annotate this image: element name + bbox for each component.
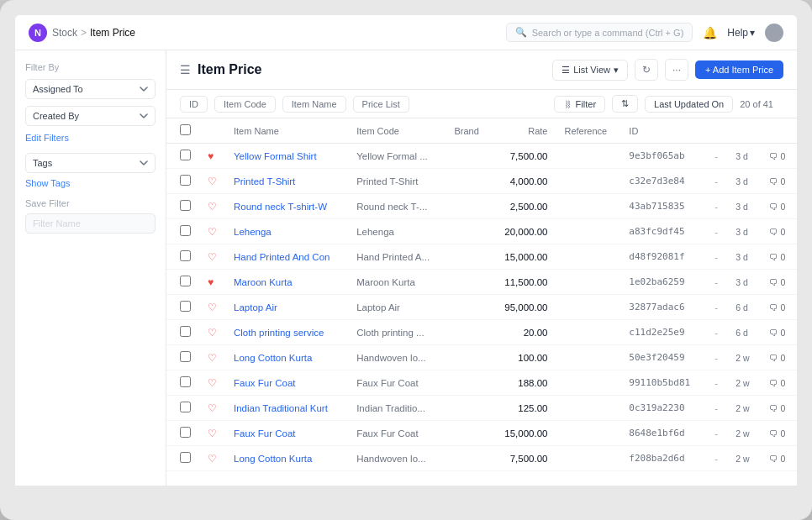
row-item-name[interactable]: Faux Fur Coat	[225, 421, 348, 446]
row-checkbox[interactable]	[180, 376, 191, 387]
filter-item-name-pill[interactable]: Item Name	[282, 96, 346, 113]
row-reference	[556, 345, 620, 370]
row-checkbox[interactable]	[180, 351, 191, 362]
row-brand	[446, 169, 491, 194]
refresh-button[interactable]: ↻	[635, 59, 658, 81]
notification-bell-icon[interactable]: 🔔	[703, 26, 717, 39]
col-dash	[705, 118, 727, 144]
row-item-name[interactable]: Long Cotton Kurta	[225, 446, 348, 471]
row-time: 2 w	[727, 446, 761, 471]
row-favorite-cell[interactable]: ♡	[199, 219, 225, 244]
row-count: 🗨 0	[761, 345, 797, 370]
breadcrumb-parent[interactable]: Stock	[52, 27, 77, 39]
row-favorite-cell[interactable]: ♡	[199, 396, 225, 421]
row-time: 6 d	[727, 295, 761, 320]
row-favorite-cell[interactable]: ♡	[199, 320, 225, 345]
row-favorite-cell[interactable]: ♡	[199, 169, 225, 194]
row-checkbox[interactable]	[180, 200, 191, 211]
row-item-name[interactable]: Faux Fur Coat	[225, 370, 348, 396]
row-id: 99110b5bd81	[620, 370, 705, 396]
row-item-name[interactable]: Printed T-Shirt	[225, 169, 348, 194]
row-item-name[interactable]: Cloth printing service	[225, 320, 348, 345]
add-item-price-button[interactable]: + Add Item Price	[695, 60, 783, 79]
filter-button[interactable]: ⧚ Filter	[554, 96, 605, 113]
table-row: ♡ Printed T-Shirt Printed T-Shirt 4,000.…	[166, 169, 797, 194]
row-favorite-cell[interactable]: ♡	[199, 194, 225, 219]
row-id: 32877adac6	[620, 295, 705, 320]
row-dash: -	[705, 421, 727, 446]
row-item-code: Faux Fur Coat	[348, 421, 446, 446]
row-checkbox[interactable]	[180, 452, 191, 463]
row-favorite-cell[interactable]: ♡	[199, 295, 225, 320]
item-price-table: Item Name Item Code Brand Rate Reference…	[166, 118, 797, 471]
row-favorite-cell[interactable]: ♡	[199, 421, 225, 446]
row-time: 3 d	[727, 169, 761, 194]
avatar[interactable]	[765, 24, 783, 42]
row-reference	[556, 396, 620, 421]
row-brand	[446, 345, 491, 370]
table-row: ♡ Indian Traditional Kurt Indian Traditi…	[166, 396, 797, 421]
row-checkbox-cell	[166, 194, 199, 219]
row-checkbox[interactable]	[180, 150, 191, 160]
row-brand	[446, 320, 491, 345]
row-checkbox[interactable]	[180, 427, 191, 438]
filter-item-code-pill[interactable]: Item Code	[214, 96, 276, 113]
row-checkbox-cell	[166, 421, 199, 446]
row-favorite-cell[interactable]: ♡	[199, 446, 225, 471]
row-checkbox[interactable]	[180, 175, 191, 186]
row-checkbox[interactable]	[180, 301, 191, 312]
row-item-name[interactable]: Hand Printed And Con	[225, 244, 348, 270]
edit-filters-link[interactable]: Edit Filters	[25, 133, 156, 143]
row-item-name[interactable]: Maroon Kurta	[225, 270, 348, 295]
row-time: 6 d	[727, 320, 761, 345]
row-reference	[556, 194, 620, 219]
select-all-checkbox[interactable]	[180, 124, 191, 135]
row-item-name[interactable]: Indian Traditional Kurt	[225, 396, 348, 421]
row-time: 3 d	[727, 270, 761, 295]
last-updated-button[interactable]: Last Updated On	[645, 96, 733, 113]
row-item-name[interactable]: Lehenga	[225, 219, 348, 244]
table-row: ♡ Lehenga Lehenga 20,000.00 a83fc9df45 -…	[166, 219, 797, 244]
row-item-code: Laptop Air	[348, 295, 446, 320]
chevron-down-icon: ▾	[614, 65, 619, 76]
row-count: 🗨 0	[761, 194, 797, 219]
created-by-select[interactable]: Created By	[25, 106, 156, 126]
row-item-name[interactable]: Laptop Air	[225, 295, 348, 320]
row-checkbox[interactable]	[180, 225, 191, 236]
sort-icon: ⇅	[621, 98, 629, 109]
row-checkbox-cell	[166, 244, 199, 270]
row-item-name[interactable]: Round neck T-shirt-W	[225, 194, 348, 219]
row-item-name[interactable]: Long Cotton Kurta	[225, 345, 348, 370]
row-favorite-cell[interactable]: ♡	[199, 370, 225, 396]
row-item-code: Handwoven lo...	[348, 345, 446, 370]
row-checkbox[interactable]	[180, 276, 191, 286]
row-favorite-cell[interactable]: ♥	[199, 270, 225, 295]
show-tags-link[interactable]: Show Tags	[25, 178, 156, 188]
filter-id-pill[interactable]: ID	[180, 96, 208, 113]
more-options-button[interactable]: ···	[665, 59, 688, 81]
filter-price-list-pill[interactable]: Price List	[353, 96, 409, 113]
menu-icon[interactable]: ☰	[180, 63, 191, 76]
assigned-to-select[interactable]: Assigned To	[25, 79, 156, 99]
row-checkbox[interactable]	[180, 326, 191, 337]
col-count	[761, 118, 797, 144]
row-item-code: Lehenga	[348, 219, 446, 244]
chevron-down-icon: ▾	[750, 27, 755, 39]
row-dash: -	[705, 320, 727, 345]
help-button[interactable]: Help ▾	[727, 27, 755, 39]
row-dash: -	[705, 370, 727, 396]
global-search[interactable]: 🔍 Search or type a command (Ctrl + G)	[506, 23, 693, 42]
row-checkbox[interactable]	[180, 250, 191, 261]
list-view-button[interactable]: ☰ List View ▾	[552, 60, 628, 81]
row-favorite-cell[interactable]: ♥	[199, 144, 225, 169]
row-favorite-cell[interactable]: ♡	[199, 244, 225, 270]
tags-select[interactable]: Tags	[25, 153, 156, 173]
col-checkbox	[166, 118, 199, 144]
row-rate: 125.00	[491, 396, 556, 421]
row-item-name[interactable]: Yellow Formal Shirt	[225, 144, 348, 169]
filter-name-input[interactable]	[25, 213, 156, 234]
sort-button[interactable]: ⇅	[612, 95, 638, 113]
row-favorite-cell[interactable]: ♡	[199, 345, 225, 370]
row-checkbox[interactable]	[180, 402, 191, 412]
row-count: 🗨 0	[761, 446, 797, 471]
